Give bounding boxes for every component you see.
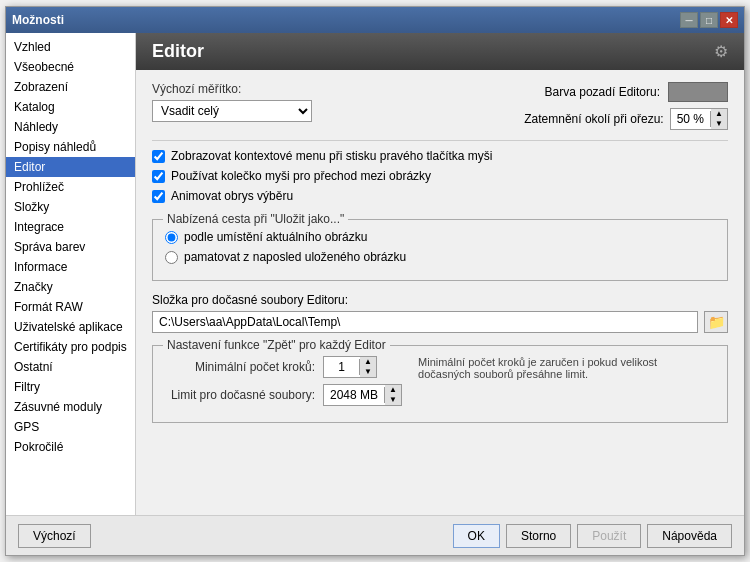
limit-spinner: 2048 MB ▲ ▼ (323, 384, 402, 406)
darken-spinner: 50 % ▲ ▼ (670, 108, 728, 130)
bg-color-label: Barva pozadí Editoru: (545, 85, 660, 99)
vychozi-button[interactable]: Výchozí (18, 524, 91, 548)
darken-spinner-buttons: ▲ ▼ (711, 109, 727, 129)
right-section: Barva pozadí Editoru: Zatemnění okolí př… (524, 82, 728, 130)
limit-row: Limit pro dočasné soubory: 2048 MB ▲ ▼ (165, 384, 402, 406)
min-steps-up-button[interactable]: ▲ (360, 357, 376, 367)
sidebar-item-filtry[interactable]: Filtry (6, 377, 135, 397)
min-steps-label: Minimální počet kroků: (165, 360, 315, 374)
napoveda-button[interactable]: Nápověda (647, 524, 732, 548)
bg-color-row: Barva pozadí Editoru: (545, 82, 728, 102)
sidebar-item-format-raw[interactable]: Formát RAW (6, 297, 135, 317)
sidebar-item-prohlizec[interactable]: Prohlížeč (6, 177, 135, 197)
sidebar-item-znacky[interactable]: Značky (6, 277, 135, 297)
checkbox-animate-selection[interactable] (152, 190, 165, 203)
sidebar-item-vsseobecne[interactable]: Všeobecné (6, 57, 135, 77)
sidebar: VzhledVšeobecnéZobrazeníKatalogNáhledyPo… (6, 33, 136, 515)
radio-row-2: pamatovat z naposled uloženého obrázku (165, 250, 715, 264)
min-steps-down-button[interactable]: ▼ (360, 367, 376, 377)
min-steps-row: Minimální počet kroků: 1 ▲ ▼ (165, 356, 402, 378)
darken-row: Zatemnění okolí při ořezu: 50 % ▲ ▼ (524, 108, 728, 130)
undo-spinners: Minimální počet kroků: 1 ▲ ▼ (165, 356, 402, 412)
sidebar-item-slozky[interactable]: Složky (6, 197, 135, 217)
checkbox-mouse-wheel[interactable] (152, 170, 165, 183)
save-path-group-title: Nabízená cesta při "Uložit jako..." (163, 212, 348, 226)
checkbox-context-menu-label: Zobrazovat kontextové menu při stisku pr… (171, 149, 492, 163)
content-body: Výchozí měřítko: Vsadit celý Přizpůsobit… (136, 70, 744, 515)
sidebar-item-uzivatelske-aplikace[interactable]: Uživatelské aplikace (6, 317, 135, 337)
main-window: Možnosti ─ □ ✕ VzhledVšeobecnéZobrazeníK… (5, 6, 745, 556)
limit-value: 2048 MB (324, 387, 385, 403)
undo-group: Nastavení funkce "Zpět" pro každý Editor… (152, 345, 728, 423)
title-bar-buttons: ─ □ ✕ (680, 12, 738, 28)
divider-1 (152, 140, 728, 141)
ok-button[interactable]: OK (453, 524, 500, 548)
sidebar-item-nahledy[interactable]: Náhledy (6, 117, 135, 137)
darken-up-button[interactable]: ▲ (711, 109, 727, 119)
min-steps-buttons: ▲ ▼ (360, 357, 376, 377)
limit-buttons: ▲ ▼ (385, 385, 401, 405)
temp-folder-row: 📁 (152, 311, 728, 333)
sidebar-item-certifikaty-podpis[interactable]: Certifikáty pro podpis (6, 337, 135, 357)
scale-label: Výchozí měřítko: (152, 82, 312, 96)
save-path-group: Nabízená cesta při "Uložit jako..." podl… (152, 219, 728, 281)
pouzit-button: Použít (577, 524, 641, 548)
temp-folder-input[interactable] (152, 311, 698, 333)
sidebar-item-sprava-barev[interactable]: Správa barev (6, 237, 135, 257)
checkbox-context-menu[interactable] (152, 150, 165, 163)
sidebar-item-integrace[interactable]: Integrace (6, 217, 135, 237)
darken-label: Zatemnění okolí při ořezu: (524, 112, 663, 126)
radio-current-location-label: podle umístění aktuálního obrázku (184, 230, 367, 244)
scale-select-wrapper: Vsadit celý Přizpůsobit šířce 100% 200% (152, 100, 312, 122)
gear-icon[interactable]: ⚙ (714, 42, 728, 61)
section-title: Editor (152, 41, 204, 62)
undo-two-col: Minimální počet kroků: 1 ▲ ▼ (165, 356, 715, 412)
checkbox-row-1: Zobrazovat kontextové menu při stisku pr… (152, 149, 728, 163)
title-bar: Možnosti ─ □ ✕ (6, 7, 744, 33)
darken-down-button[interactable]: ▼ (711, 119, 727, 129)
main-content: VzhledVšeobecnéZobrazeníKatalogNáhledyPo… (6, 33, 744, 515)
temp-folder-label: Složka pro dočasné soubory Editoru: (152, 293, 728, 307)
radio-last-saved[interactable] (165, 251, 178, 264)
sidebar-item-katalog[interactable]: Katalog (6, 97, 135, 117)
checkboxes-section: Zobrazovat kontextové menu při stisku pr… (152, 149, 728, 203)
minimize-button[interactable]: ─ (680, 12, 698, 28)
limit-down-button[interactable]: ▼ (385, 395, 401, 405)
checkbox-mouse-wheel-label: Používat kolečko myši pro přechod mezi o… (171, 169, 431, 183)
limit-up-button[interactable]: ▲ (385, 385, 401, 395)
min-steps-value: 1 (324, 359, 360, 375)
content-header: Editor ⚙ (136, 33, 744, 70)
checkbox-row-2: Používat kolečko myši pro přechod mezi o… (152, 169, 728, 183)
bottom-bar: Výchozí OK Storno Použít Nápověda (6, 515, 744, 555)
checkbox-row-3: Animovat obrys výběru (152, 189, 728, 203)
sidebar-item-gps[interactable]: GPS (6, 417, 135, 437)
scale-select[interactable]: Vsadit celý Přizpůsobit šířce 100% 200% (152, 100, 312, 122)
radio-current-location[interactable] (165, 231, 178, 244)
darken-value: 50 % (671, 111, 711, 127)
radio-last-saved-label: pamatovat z naposled uloženého obrázku (184, 250, 406, 264)
sidebar-item-vzhled[interactable]: Vzhled (6, 37, 135, 57)
checkbox-animate-selection-label: Animovat obrys výběru (171, 189, 293, 203)
sidebar-item-zobrazeni[interactable]: Zobrazení (6, 77, 135, 97)
scale-section: Výchozí měřítko: Vsadit celý Přizpůsobit… (152, 82, 312, 122)
bg-color-box[interactable] (668, 82, 728, 102)
radio-row-1: podle umístění aktuálního obrázku (165, 230, 715, 244)
sidebar-item-informace[interactable]: Informace (6, 257, 135, 277)
maximize-button[interactable]: □ (700, 12, 718, 28)
sidebar-item-editor[interactable]: Editor (6, 157, 135, 177)
min-steps-spinner: 1 ▲ ▼ (323, 356, 377, 378)
content-area: Editor ⚙ Výchozí měřítko: Vsadit celý Př… (136, 33, 744, 515)
sidebar-item-pokrocile[interactable]: Pokročilé (6, 437, 135, 457)
undo-group-title: Nastavení funkce "Zpět" pro každý Editor (163, 338, 390, 352)
close-button[interactable]: ✕ (720, 12, 738, 28)
undo-note: Minimální počet kroků je zaručen i pokud… (418, 356, 658, 380)
top-section: Výchozí měřítko: Vsadit celý Přizpůsobit… (152, 82, 728, 130)
window-title: Možnosti (12, 13, 64, 27)
folder-browse-button[interactable]: 📁 (704, 311, 728, 333)
sidebar-item-popisy-nahledy[interactable]: Popisy náhledů (6, 137, 135, 157)
limit-label: Limit pro dočasné soubory: (165, 388, 315, 402)
sidebar-item-ostatni[interactable]: Ostatní (6, 357, 135, 377)
sidebar-item-zasuvne-moduly[interactable]: Zásuvné moduly (6, 397, 135, 417)
storno-button[interactable]: Storno (506, 524, 571, 548)
